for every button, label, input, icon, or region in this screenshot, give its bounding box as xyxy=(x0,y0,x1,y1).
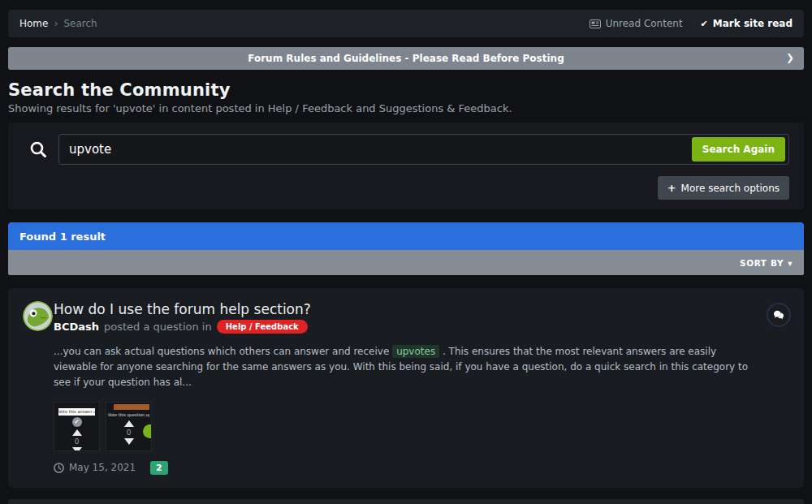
page-subtitle: Showing results for 'upvote' in content … xyxy=(8,102,804,114)
sort-by-dropdown[interactable]: SORT BY ▾ xyxy=(740,258,793,268)
avatar[interactable] xyxy=(23,301,53,331)
results-count-label: Found 1 result xyxy=(19,230,106,243)
breadcrumb: Home › Search xyxy=(19,18,97,29)
more-search-options-label: More search options xyxy=(681,183,780,194)
check-circle-icon: ✔ xyxy=(72,417,82,427)
plus-icon: + xyxy=(667,182,676,194)
search-input-wrapper: Search Again xyxy=(58,134,789,165)
search-again-button[interactable]: Search Again xyxy=(692,137,785,162)
search-input[interactable] xyxy=(69,142,692,157)
upvote-arrow-icon xyxy=(72,429,82,436)
search-panel: Search Again + More search options xyxy=(8,123,804,209)
thumbnail-tooltip-text: Vote this question up xyxy=(108,411,149,419)
downvote-arrow-icon xyxy=(72,447,82,451)
top-bar-actions: Unread Content ✔ Mark site read xyxy=(590,18,793,29)
search-row: Search Again xyxy=(23,134,789,165)
results-count-bar: Found 1 result xyxy=(8,222,804,250)
thumbnail-accent-bar xyxy=(114,404,149,410)
search-result-card: How do I use the forum help section? BCD… xyxy=(8,288,804,488)
page-wrapper: Home › Search Unread Content ✔ Mark site… xyxy=(0,0,812,504)
vote-count: 0 xyxy=(127,429,132,437)
top-breadcrumb-bar: Home › Search Unread Content ✔ Mark site… xyxy=(8,10,804,37)
reply-count-badge[interactable]: 2 xyxy=(150,461,168,475)
category-badge[interactable]: Help / Feedback xyxy=(217,320,308,334)
byline-action-text: posted a question in xyxy=(104,321,212,333)
result-footer: May 15, 2021 2 xyxy=(54,461,758,475)
unread-content-label: Unread Content xyxy=(606,18,683,29)
vote-count: 0 xyxy=(75,437,80,446)
check-icon: ✔ xyxy=(701,19,708,29)
author-link[interactable]: BCDash xyxy=(54,321,99,333)
thumbnail-vote-question[interactable]: Vote this question up 0 xyxy=(106,402,152,451)
sort-by-label: SORT BY xyxy=(740,258,784,268)
chevron-right-icon: ❯ xyxy=(786,52,794,63)
page-title: Search the Community xyxy=(8,80,804,100)
more-search-options-button[interactable]: + More search options xyxy=(658,176,789,200)
forum-rules-banner-text: Forum Rules and Guidelines - Please Read… xyxy=(248,53,564,64)
downvote-arrow-icon xyxy=(124,438,134,445)
breadcrumb-home-link[interactable]: Home xyxy=(19,18,48,29)
result-date: May 15, 2021 xyxy=(69,462,136,473)
mark-site-read-link[interactable]: ✔ Mark site read xyxy=(701,18,793,29)
snippet-text-before: ...you can ask actual questions which ot… xyxy=(54,346,392,357)
search-options-row: + More search options xyxy=(23,176,789,200)
upvote-arrow-icon xyxy=(124,420,134,427)
thumbnail-tooltip-text: Vote this answer up xyxy=(58,408,95,416)
breadcrumb-current: Search xyxy=(63,18,97,29)
content-type-question-button[interactable] xyxy=(767,303,791,327)
result-byline: BCDash posted a question in Help / Feedb… xyxy=(54,320,758,334)
caret-down-icon: ▾ xyxy=(788,258,793,268)
avatar-fragment xyxy=(143,424,152,438)
newspaper-icon xyxy=(590,19,601,28)
search-icon xyxy=(29,140,47,158)
chevron-right-icon: › xyxy=(54,18,58,29)
bottom-breadcrumb-bar: Home › Search Unread Content ✔ Mark site… xyxy=(8,499,804,504)
unread-content-link[interactable]: Unread Content xyxy=(590,18,683,29)
snippet-highlight: upvotes xyxy=(392,345,439,358)
speech-bubble-icon xyxy=(773,310,784,320)
results-header: Found 1 result SORT BY ▾ xyxy=(8,222,804,275)
mark-site-read-label: Mark site read xyxy=(713,18,793,29)
vote-widget: ✔ 0 xyxy=(54,417,99,451)
sort-bar: SORT BY ▾ xyxy=(8,250,804,275)
result-snippet: ...you can ask actual questions which ot… xyxy=(54,344,758,391)
result-title-link[interactable]: How do I use the forum help section? xyxy=(54,301,758,317)
attachment-thumbnails: Vote this answer up ✔ 0 Vote this questi… xyxy=(54,402,758,451)
thumbnail-vote-answer[interactable]: Vote this answer up ✔ 0 xyxy=(54,402,100,451)
clock-icon xyxy=(54,463,64,473)
forum-rules-banner[interactable]: Forum Rules and Guidelines - Please Read… xyxy=(8,47,804,70)
